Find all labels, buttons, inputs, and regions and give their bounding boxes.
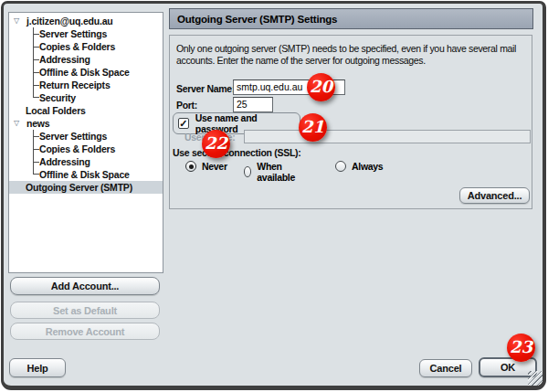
tree-item-news-offline-disk-space[interactable]: Offline & Disk Space [9, 168, 163, 181]
tree-connector [33, 130, 39, 143]
disclosure-triangle-icon[interactable]: ▽ [14, 15, 19, 27]
tree-item-news-copies-folders[interactable]: Copies & Folders [9, 143, 163, 155]
tree-item-label: Offline & Disk Space [39, 168, 130, 181]
port-input[interactable]: 25 [233, 97, 273, 112]
tree-item-security[interactable]: Security [9, 91, 163, 104]
tree-item-news-addressing[interactable]: Addressing [9, 155, 163, 168]
tree-item-return-receipts[interactable]: Return Receipts [9, 79, 163, 91]
tree-item-label: Offline & Disk Space [39, 66, 130, 79]
panel-header: Outgoing Server (SMTP) Settings [169, 8, 533, 29]
disclosure-triangle-icon[interactable]: ▽ [14, 117, 19, 130]
tree-item-label: j.citizen@uq.edu.au [26, 15, 113, 27]
tree-item-news-server-settings[interactable]: Server Settings [9, 130, 163, 143]
radio-icon [335, 161, 346, 172]
tree-item-outgoing-server-smtp[interactable]: Outgoing Server (SMTP) [9, 181, 163, 194]
account-settings-window: ▽ j.citizen@uq.edu.au Server Settings Co… [1, 1, 546, 390]
resize-grip[interactable] [528, 371, 543, 386]
tree-item-label: Return Receipts [39, 79, 111, 91]
add-account-button[interactable]: Add Account... [10, 277, 160, 295]
tree-item-label: Local Folders [26, 104, 86, 117]
tree-connector [33, 66, 39, 79]
ssl-radio-never[interactable]: Never [185, 161, 227, 172]
description-text: Only one outgoing server (SMTP) needs to… [176, 43, 516, 67]
help-button[interactable]: Help [9, 358, 66, 377]
annotation-badge-23: 23 [507, 334, 535, 362]
ssl-radio-when-available[interactable]: When available [244, 161, 299, 183]
account-tree: ▽ j.citizen@uq.edu.au Server Settings Co… [8, 12, 163, 273]
port-label: Port: [176, 100, 197, 111]
tree-item-server-settings[interactable]: Server Settings [9, 27, 163, 40]
set-as-default-button[interactable]: Set as Default [10, 302, 160, 319]
tree-item-copies-folders[interactable]: Copies & Folders [9, 40, 163, 53]
tree-connector [33, 143, 39, 155]
tree-connector [33, 91, 39, 98]
tree-item-label: Server Settings [39, 130, 107, 143]
tree-connector [33, 79, 39, 91]
tree-item-label: Addressing [39, 155, 90, 168]
tree-item-addressing[interactable]: Addressing [9, 53, 163, 66]
tree-connector [33, 40, 39, 53]
server-name-label: Server Name: [176, 83, 235, 94]
tree-item-label: Server Settings [39, 27, 107, 40]
tree-item-account-root[interactable]: ▽ j.citizen@uq.edu.au [9, 15, 163, 27]
page-title: Outgoing Server (SMTP) Settings [177, 14, 337, 25]
tree-connector [33, 168, 39, 175]
annotation-badge-20: 20 [307, 73, 335, 101]
advanced-button[interactable]: Advanced... [459, 187, 530, 204]
tree-connector [33, 27, 39, 40]
tree-item-local-folders[interactable]: Local Folders [9, 104, 163, 117]
ssl-label: Use secure connection (SSL): [173, 147, 300, 158]
tree-item-label: Security [39, 91, 76, 104]
annotation-badge-21: 21 [299, 113, 327, 142]
tree-item-label: Addressing [39, 53, 90, 66]
remove-account-button[interactable]: Remove Account [10, 323, 160, 340]
tree-item-news-root[interactable]: ▽ news [9, 117, 163, 130]
tree-item-label: Outgoing Server (SMTP) [26, 181, 132, 194]
tree-connector [33, 155, 39, 168]
tree-connector [33, 53, 39, 66]
tree-item-label: news [26, 117, 49, 130]
annotation-badge-22: 22 [202, 130, 230, 158]
user-name-input[interactable] [244, 130, 531, 143]
radio-icon [185, 161, 196, 172]
checkbox-checkmark-icon: ✓ [178, 118, 189, 129]
tree-item-offline-disk-space[interactable]: Offline & Disk Space [9, 66, 163, 79]
tree-item-label: Copies & Folders [39, 40, 115, 53]
tree-item-label: Copies & Folders [39, 143, 115, 155]
cancel-button[interactable]: Cancel [419, 359, 472, 377]
ssl-radio-always[interactable]: Always [335, 161, 383, 172]
radio-icon [244, 166, 251, 177]
